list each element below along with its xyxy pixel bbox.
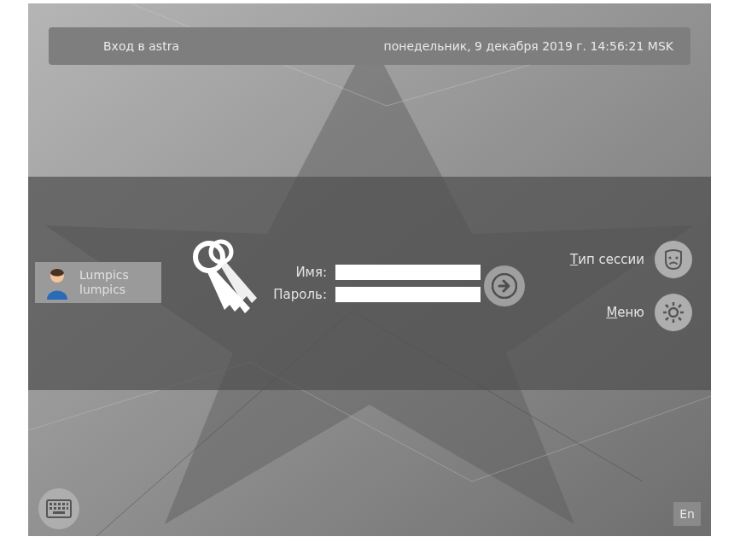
login-screen: Вход в astra понедельник, 9 декабря 2019… bbox=[28, 3, 711, 536]
gear-icon bbox=[661, 300, 685, 324]
svg-rect-22 bbox=[67, 503, 68, 505]
language-indicator[interactable]: En bbox=[673, 502, 701, 526]
svg-point-3 bbox=[195, 243, 223, 271]
right-menu: Тип сессии Меню bbox=[570, 241, 692, 331]
svg-rect-28 bbox=[53, 511, 65, 514]
svg-rect-23 bbox=[50, 507, 52, 510]
svg-rect-26 bbox=[62, 507, 65, 510]
svg-rect-18 bbox=[50, 503, 52, 505]
session-type-button[interactable]: Тип сессии bbox=[570, 241, 692, 278]
top-bar: Вход в astra понедельник, 9 декабря 2019… bbox=[49, 27, 690, 65]
session-type-label: Тип сессии bbox=[570, 252, 644, 267]
session-type-icon-button[interactable] bbox=[655, 241, 692, 278]
menu-icon-button[interactable] bbox=[655, 294, 692, 331]
name-label: Имя: bbox=[269, 265, 327, 280]
menu-button[interactable]: Меню bbox=[570, 294, 692, 331]
mask-icon bbox=[662, 248, 684, 271]
svg-line-16 bbox=[679, 305, 681, 307]
svg-rect-19 bbox=[54, 503, 56, 505]
login-title: Вход в astra bbox=[103, 39, 179, 53]
password-input[interactable] bbox=[335, 287, 481, 302]
svg-point-6 bbox=[668, 256, 671, 259]
login-form: Имя: Пароль: bbox=[269, 265, 481, 309]
svg-rect-20 bbox=[58, 503, 61, 505]
user-avatar-icon bbox=[42, 265, 73, 300]
svg-line-13 bbox=[666, 305, 668, 307]
svg-rect-25 bbox=[58, 507, 61, 510]
svg-rect-27 bbox=[67, 507, 68, 510]
language-label: En bbox=[679, 507, 695, 521]
user-names: Lumpics lumpics bbox=[79, 268, 129, 297]
user-login: lumpics bbox=[79, 283, 129, 297]
svg-point-8 bbox=[669, 308, 678, 317]
svg-rect-21 bbox=[62, 503, 65, 505]
svg-rect-24 bbox=[54, 507, 56, 510]
keys-icon bbox=[184, 238, 264, 324]
password-label: Пароль: bbox=[269, 287, 327, 302]
user-display-name: Lumpics bbox=[79, 268, 129, 283]
name-input[interactable] bbox=[335, 265, 481, 280]
keyboard-icon bbox=[46, 499, 72, 518]
svg-line-15 bbox=[666, 318, 668, 320]
arrow-right-icon bbox=[492, 273, 517, 299]
svg-point-7 bbox=[675, 256, 678, 259]
submit-login-button[interactable] bbox=[484, 265, 525, 306]
menu-label: Меню bbox=[606, 305, 644, 320]
onscreen-keyboard-button[interactable] bbox=[38, 488, 79, 529]
user-tile[interactable]: Lumpics lumpics bbox=[35, 262, 161, 303]
svg-line-14 bbox=[679, 318, 681, 320]
datetime-label: понедельник, 9 декабря 2019 г. 14:56:21 … bbox=[384, 39, 673, 53]
